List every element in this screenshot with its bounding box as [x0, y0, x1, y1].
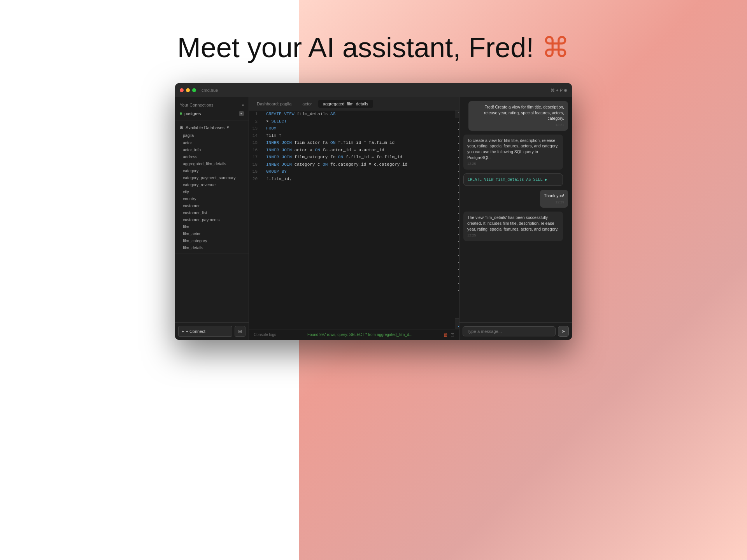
- chat-bubble-code: CREATE VIEW film_details AS SELE ▶: [463, 173, 563, 186]
- table-row[interactable]: ALONE TRIPA Fast-Paced Character Study o…: [455, 167, 459, 174]
- db-connection[interactable]: postgres ●: [175, 110, 249, 117]
- table-row[interactable]: ALIEN CENTERA Brilliant Drama of a Cat A…: [455, 153, 459, 160]
- table-cell: ALI FOREVER: [455, 139, 459, 146]
- sidebar-db-item[interactable]: film_actor: [175, 230, 249, 237]
- sql-line-number: 14: [249, 133, 261, 139]
- table-row[interactable]: APOLLO TEENA Action-Inspiring Reflection…: [455, 279, 459, 286]
- sidebar-db-item[interactable]: pagila+: [175, 131, 249, 139]
- header: Meet your AI assistant, Fred! ⌘: [0, 0, 747, 83]
- console-expand-icon[interactable]: ⊡: [451, 332, 454, 338]
- table-row[interactable]: ALI FOREVERA Action-Packed Drama of a De…: [455, 139, 459, 146]
- connect-label: + Connect: [186, 329, 205, 334]
- title-bar: cmd.hue ⌘ + P ⊕: [175, 83, 572, 97]
- chat-bubble-assistant: To create a view for film title, descrip…: [463, 135, 563, 170]
- table-row[interactable]: ANGELS LIFEA Thoughtful Display of a Wom…: [455, 223, 459, 230]
- connect-button[interactable]: + + Connect: [178, 326, 232, 337]
- sidebar-db-item[interactable]: film: [175, 223, 249, 230]
- table-row[interactable]: ANNIE IDENTITYA Amazing Panorama of a Pa…: [455, 230, 459, 237]
- minimize-dot[interactable]: [186, 88, 190, 92]
- sidebar-db-item[interactable]: aggregated_film_details: [175, 160, 249, 167]
- table-row[interactable]: APOCALYPSE FLAMINGOSA Astounding Story o…: [455, 272, 459, 279]
- sidebar-db-item[interactable]: film_category: [175, 237, 249, 244]
- sql-line-expand: [261, 154, 266, 161]
- table-row[interactable]: AMISTAD MIDSUMMERA Emotional Character S…: [455, 202, 459, 209]
- console-label: Console logs: [254, 332, 276, 337]
- table-row[interactable]: ANTITRUST TOMATOESA Fateful Yarn of a Wo…: [455, 251, 459, 258]
- table-cell: AMELIE HELLFIGHTERS: [455, 188, 459, 195]
- connections-label: Your Connections: [180, 103, 213, 107]
- maximize-dot[interactable]: [192, 88, 196, 92]
- table-row[interactable]: ANTHEM LUKEA Touching Panorama of a Wait…: [455, 244, 459, 251]
- table-row[interactable]: ANALYZE HOOSIERSA Thoughtful Display of …: [455, 216, 459, 223]
- table-row[interactable]: AMERICAN CIRCUSA Insightful Drama of a G…: [455, 195, 459, 202]
- sidebar-db-item[interactable]: country: [175, 195, 249, 202]
- chat-text: Thank you!: [544, 193, 564, 199]
- table-row[interactable]: ALICE FANTASIAA Emotional Drama of a A S…: [455, 146, 459, 153]
- sql-line-number: 15: [249, 140, 261, 146]
- connections-header[interactable]: Your Connections ▾: [175, 100, 249, 110]
- split-pane: 1CREATE VIEW film_details AS2> SELECT13F…: [249, 110, 459, 329]
- table-cell: ALICE FANTASIA: [455, 146, 459, 153]
- table-row[interactable]: ALABAMA DEVILA Fanciful Tale of A Man An…: [455, 118, 459, 125]
- sql-line-number: 17: [249, 154, 261, 161]
- connect-icon: +: [182, 329, 184, 334]
- data-table-wrap[interactable]: TITLEDESCRIPTIONYEAR ALABAMA DEVILA Fanc…: [455, 110, 459, 318]
- table-cell: AMADEUS HOLY: [455, 181, 459, 188]
- table-row[interactable]: ALLEY EVOLUTIONA Fast-Paced Drama of a R…: [455, 160, 459, 167]
- sidebar-db-item[interactable]: actor_info: [175, 146, 249, 153]
- tabs-container: Dashboard: pagilaactoraggregated_film_de…: [252, 100, 373, 108]
- sql-line-expand: [261, 147, 266, 154]
- sidebar-db-item[interactable]: category: [175, 167, 249, 174]
- console-delete-icon[interactable]: 🗑: [444, 332, 448, 338]
- table-row[interactable]: ARABIA DRAMAA ...2009: [455, 286, 459, 293]
- sql-line: 19GROUP BY: [249, 168, 455, 175]
- sql-line-content: > SELECT: [266, 118, 455, 125]
- table-row[interactable]: ALTER VICTORYA Thoughtful Drama of a Com…: [455, 174, 459, 181]
- sql-line-number: 18: [249, 161, 261, 168]
- close-dot[interactable]: [180, 88, 184, 92]
- sidebar-db-item[interactable]: customer: [175, 202, 249, 209]
- table-row[interactable]: ALAMO VIDEOTAPEA Boring Epistle of a But…: [455, 125, 459, 132]
- databases-header[interactable]: ⊞ Available Databases ▾: [175, 123, 249, 131]
- sql-line-number: 19: [249, 168, 261, 175]
- sidebar-db-item[interactable]: customer_list: [175, 209, 249, 216]
- sql-line-content: INNER JOIN actor a ON fa.actor_id = a.ac…: [266, 147, 455, 154]
- sidebar: Your Connections ▾ postgres ● ⊞ Availabl…: [175, 97, 249, 340]
- table-row[interactable]: ANACONDA CONFESSIONSA Lacklusture Displa…: [455, 209, 459, 216]
- sidebar-icon-button[interactable]: ⊞: [235, 326, 245, 337]
- sidebar-db-item[interactable]: customer_payments: [175, 216, 249, 223]
- tab[interactable]: aggregated_film_details: [318, 100, 373, 108]
- table-row[interactable]: ALASKA PHANTOMA Fanciful Saga of a Hunte…: [455, 132, 459, 139]
- app-window: cmd.hue ⌘ + P ⊕ Your Connections ▾ postg…: [175, 83, 572, 340]
- sql-editor[interactable]: 1CREATE VIEW film_details AS2> SELECT13F…: [249, 110, 455, 329]
- sidebar-db-item[interactable]: category_revenue: [175, 181, 249, 188]
- table-row[interactable]: APACHE DIVINEA Awe-Inspiring Reflection …: [455, 265, 459, 272]
- sql-line-expand: [261, 140, 266, 146]
- window-shortcut: ⌘ + P ⊕: [551, 88, 567, 93]
- chat-panel: Fred! Create a view for film title, desc…: [459, 97, 572, 340]
- table-cell: AMISTAD MIDSUMMER: [455, 202, 459, 209]
- chat-input[interactable]: [463, 326, 556, 336]
- table-row[interactable]: ANYTHING SAVANNAHA Epic Story of a Pastr…: [455, 258, 459, 265]
- chat-send-button[interactable]: ➤: [558, 326, 569, 337]
- sidebar-db-item[interactable]: film_details: [175, 244, 249, 251]
- main-layout: Your Connections ▾ postgres ● ⊞ Availabl…: [175, 97, 572, 340]
- tab[interactable]: Dashboard: pagila: [252, 100, 296, 108]
- sql-line-number: 16: [249, 147, 261, 154]
- sql-line-content: CREATE VIEW film_details AS: [266, 111, 455, 117]
- sidebar-db-item[interactable]: city: [175, 188, 249, 195]
- content-area: Dashboard: pagilaactoraggregated_film_de…: [249, 97, 459, 340]
- tabs-bar: Dashboard: pagilaactoraggregated_film_de…: [249, 97, 459, 110]
- sql-line-number: 2: [249, 118, 261, 125]
- table-row[interactable]: ANONYMOUS HUMANA Amazing Reflection of a…: [455, 237, 459, 244]
- sidebar-db-item[interactable]: actor: [175, 139, 249, 146]
- table-cell: APOCALYPSE FLAMINGOS: [455, 272, 459, 279]
- chat-messages: Fred! Create a view for film title, desc…: [459, 97, 572, 322]
- table-row[interactable]: AMELIE HELLFIGHTERSA Boring Drama of a W…: [455, 188, 459, 195]
- tab[interactable]: actor: [298, 100, 316, 108]
- data-table: TITLEDESCRIPTIONYEAR ALABAMA DEVILA Fanc…: [455, 110, 459, 293]
- table-row[interactable]: AMADEUS HOLYA Emotional Display of a Pio…: [455, 181, 459, 188]
- sidebar-db-item[interactable]: address: [175, 153, 249, 160]
- chat-text: CREATE VIEW film_details AS SELE ▶: [468, 177, 559, 182]
- sidebar-db-item[interactable]: category_payment_summary: [175, 174, 249, 181]
